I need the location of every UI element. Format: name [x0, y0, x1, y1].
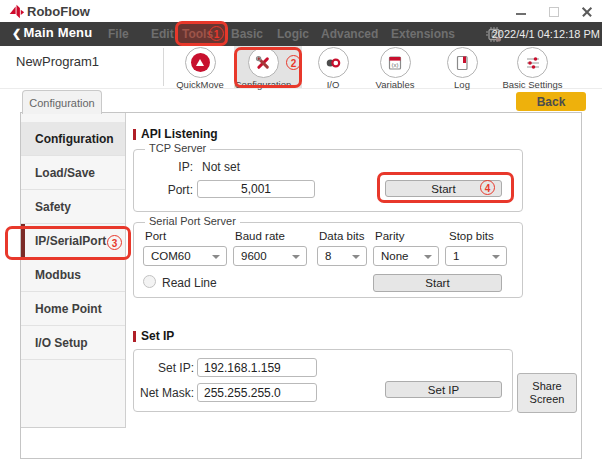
tcp-ip-value: Not set	[202, 160, 240, 174]
svg-text:(x): (x)	[392, 62, 399, 68]
io-icon	[318, 47, 349, 78]
serial-port-server-legend: Serial Port Server	[145, 215, 240, 227]
sidebar-item-io-setup[interactable]: I/O Setup	[21, 326, 125, 360]
tab-configuration[interactable]: Configuration	[22, 90, 102, 114]
menu-item-edit[interactable]: Edit	[151, 27, 174, 41]
set-ip-input[interactable]	[197, 358, 317, 377]
serial-stopbits-select[interactable]: 1	[445, 246, 507, 266]
toolbar-button-configuration[interactable]: Configuration	[230, 47, 296, 90]
main-menu-button[interactable]: ❮Main Menu	[12, 25, 92, 40]
toolbar-button-basic-settings[interactable]: Basic Settings	[495, 47, 570, 90]
sidebar-item-modbus[interactable]: Modbus	[21, 258, 125, 292]
menu-item-logic[interactable]: Logic	[277, 27, 309, 41]
sidebar: Configuration Load/Save Safety IP/Serial…	[21, 113, 126, 428]
api-listening-header: API Listening	[133, 127, 218, 141]
toolbar-divider	[163, 48, 164, 86]
serial-baud-label: Baud rate	[235, 230, 285, 242]
roboflow-logo-icon	[8, 3, 25, 20]
serial-parity-label: Parity	[375, 230, 404, 242]
menu-item-advanced[interactable]: Advanced	[321, 27, 378, 41]
status-datetime: 2022/4/1 04:12:18 PM	[492, 28, 600, 40]
set-ip-label: Set IP:	[130, 361, 194, 375]
set-ip-button[interactable]: Set IP	[385, 381, 502, 398]
main-menu-label: Main Menu	[23, 25, 92, 40]
configuration-tools-icon	[248, 47, 279, 78]
serial-parity-select[interactable]: None	[373, 246, 439, 266]
serial-baud-select[interactable]: 9600	[233, 246, 307, 266]
io-label: I/O	[310, 79, 356, 90]
title-bar: RoboFlow	[0, 0, 602, 22]
serial-stopbits-label: Stop bits	[449, 230, 494, 242]
basic-settings-icon	[517, 47, 548, 78]
variables-label: Variables	[365, 79, 425, 90]
app-title: RoboFlow	[27, 4, 90, 19]
dropdown-arrow-icon	[424, 255, 432, 259]
dropdown-arrow-icon	[212, 255, 220, 259]
maximize-button[interactable]	[546, 6, 562, 18]
menu-item-extensions[interactable]: Extensions	[391, 27, 455, 41]
toolbar-button-quickmove[interactable]: QuickMove	[170, 47, 230, 90]
read-line-label: Read Line	[162, 276, 217, 290]
serial-databits-select[interactable]: 8	[317, 246, 367, 266]
set-ip-header: Set IP	[133, 329, 174, 343]
log-label: Log	[438, 79, 486, 90]
toolbar-button-variables[interactable]: (x) Variables	[365, 47, 425, 90]
back-button[interactable]: Back	[516, 92, 586, 111]
dropdown-arrow-icon	[352, 255, 360, 259]
log-icon	[447, 47, 478, 78]
tcp-ip-label: IP:	[133, 160, 193, 174]
net-mask-label: Net Mask:	[130, 386, 194, 400]
quickmove-icon	[185, 47, 216, 78]
minimize-button[interactable]	[513, 6, 529, 18]
section-accent-bar	[133, 331, 136, 342]
configuration-label: Configuration	[230, 79, 296, 90]
tcp-port-label: Port:	[133, 183, 193, 197]
selected-item-bar	[21, 224, 25, 257]
sidebar-item-safety[interactable]: Safety	[21, 190, 125, 224]
sidebar-item-home-point[interactable]: Home Point	[21, 292, 125, 326]
basic-settings-label: Basic Settings	[495, 79, 570, 90]
sidebar-item-load-save[interactable]: Load/Save	[21, 156, 125, 190]
share-screen-button[interactable]: Share Screen	[517, 373, 577, 413]
dropdown-arrow-icon	[292, 255, 300, 259]
dropdown-arrow-icon	[492, 255, 500, 259]
variables-icon: (x)	[380, 47, 411, 78]
menu-item-file[interactable]: File	[108, 27, 129, 41]
tcp-server-legend: TCP Server	[145, 142, 210, 154]
toolbar-button-io[interactable]: I/O	[310, 47, 356, 90]
net-mask-input[interactable]	[197, 383, 317, 402]
read-line-radio[interactable]	[143, 275, 156, 288]
serial-port-label: Port	[145, 230, 166, 242]
toolbar-button-log[interactable]: Log	[438, 47, 486, 90]
program-name: NewProgram1	[16, 54, 99, 69]
sidebar-item-configuration[interactable]: Configuration	[21, 122, 125, 156]
menu-item-basic[interactable]: Basic	[231, 27, 263, 41]
annotation-number-1: 1	[209, 26, 224, 41]
chevron-left-icon: ❮	[12, 27, 21, 39]
annotation-number-2: 2	[286, 55, 301, 70]
section-accent-bar	[133, 129, 136, 140]
annotation-number-3: 3	[107, 235, 122, 250]
serial-start-button[interactable]: Start	[373, 274, 502, 292]
tcp-port-input[interactable]	[197, 180, 315, 198]
close-button[interactable]	[579, 6, 595, 18]
serial-port-select[interactable]: COM60	[143, 246, 227, 266]
annotation-number-4: 4	[480, 180, 495, 195]
serial-databits-label: Data bits	[319, 230, 364, 242]
quickmove-label: QuickMove	[170, 79, 230, 90]
